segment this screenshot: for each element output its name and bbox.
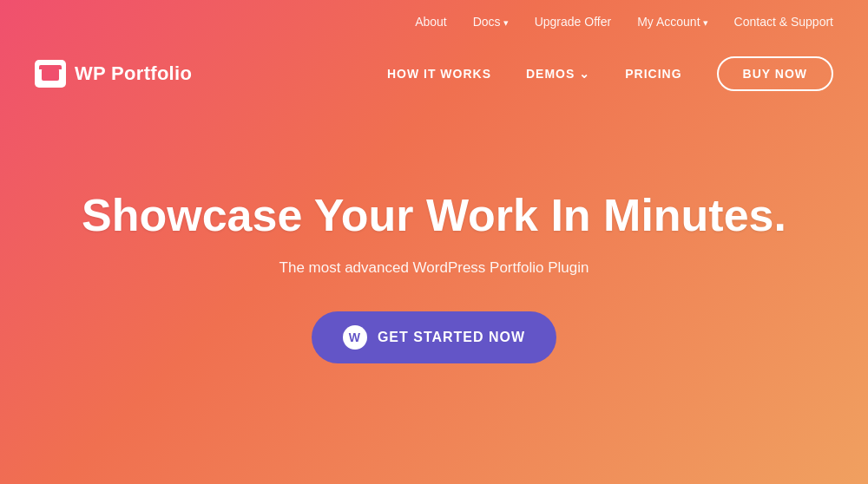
buy-now-button[interactable]: BUY NOW [717, 56, 833, 91]
hero-section: Showcase Your Work In Minutes. The most … [0, 104, 868, 484]
hero-subtitle: The most advanced WordPress Portfolio Pl… [279, 259, 589, 277]
nav-contact-support[interactable]: Contact & Support [734, 15, 833, 29]
logo-icon [35, 60, 66, 88]
main-nav: WP Portfolio HOW IT WORKS DEMOS PRICING … [0, 43, 868, 104]
nav-links: HOW IT WORKS DEMOS PRICING BUY NOW [387, 56, 833, 91]
nav-upgrade-offer[interactable]: Upgrade Offer [535, 15, 611, 29]
nav-docs[interactable]: Docs [473, 15, 509, 29]
nav-demos[interactable]: DEMOS [526, 67, 590, 81]
wordpress-icon: W [343, 325, 367, 350]
logo[interactable]: WP Portfolio [35, 60, 192, 88]
logo-text: WP Portfolio [75, 62, 192, 85]
nav-my-account[interactable]: My Account [637, 15, 707, 29]
top-bar: About Docs Upgrade Offer My Account Cont… [0, 0, 868, 43]
nav-pricing[interactable]: PRICING [625, 67, 681, 81]
hero-title: Showcase Your Work In Minutes. [82, 190, 786, 242]
get-started-button[interactable]: W GET STARTED NOW [312, 311, 556, 363]
page-wrapper: About Docs Upgrade Offer My Account Cont… [0, 0, 868, 484]
nav-how-it-works[interactable]: HOW IT WORKS [387, 67, 491, 81]
nav-about[interactable]: About [415, 15, 447, 29]
cta-label: GET STARTED NOW [378, 330, 525, 345]
